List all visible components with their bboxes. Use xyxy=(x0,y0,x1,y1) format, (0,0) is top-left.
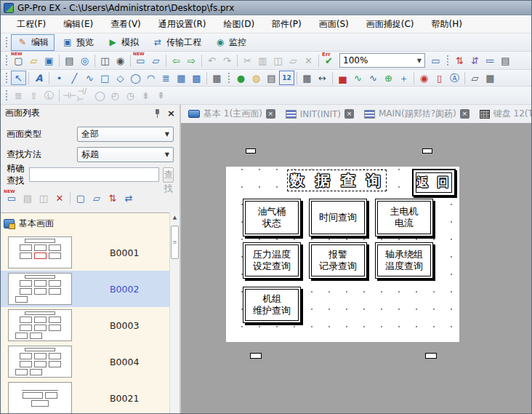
menu-common-settings[interactable]: 通用设置(R) xyxy=(150,16,215,33)
tree-item-b0004[interactable]: B0004 xyxy=(1,343,169,380)
chevron-down-icon[interactable]: ▼ xyxy=(417,57,422,64)
table-tool-icon[interactable]: ▦ xyxy=(209,71,225,85)
unit-maintenance-query-button[interactable]: 机组 维护查询 xyxy=(243,287,301,323)
menu-draw[interactable]: 绘图(D) xyxy=(215,16,264,33)
open-folder-icon[interactable]: ▱ xyxy=(26,53,41,68)
cut-icon[interactable]: ✂ xyxy=(240,53,255,68)
redo-icon[interactable]: ↷ xyxy=(219,53,235,68)
undo-icon[interactable]: ↶ xyxy=(204,53,219,68)
scroll-up-icon[interactable]: ▲ xyxy=(170,212,180,223)
menu-view[interactable]: 查看(V) xyxy=(102,16,150,33)
oil-tank-status-button[interactable]: 油气桶 状态 xyxy=(243,199,301,236)
image-tool-icon[interactable]: ▦ xyxy=(174,71,189,85)
text-display-part-icon[interactable]: Ⓐ xyxy=(447,71,462,85)
tree-item-b0021[interactable]: B0021 xyxy=(1,380,169,414)
copy-icon[interactable]: ▤ xyxy=(20,191,36,205)
previous-screen-icon[interactable]: ⇦ xyxy=(169,53,184,68)
save-icon[interactable]: ▣ xyxy=(41,53,57,68)
polygon-tool-icon[interactable]: ◇ xyxy=(113,71,128,85)
menu-parts[interactable]: 部件(P) xyxy=(263,16,310,33)
return-button[interactable]: 返 回 xyxy=(412,169,456,196)
transfer-screen-icon[interactable]: ⇅ xyxy=(105,191,121,205)
alarm-list-part-icon[interactable]: ▯ xyxy=(432,71,447,85)
transfer-receive-icon[interactable]: ⇵ xyxy=(467,53,483,68)
close-icon[interactable]: × xyxy=(266,109,275,119)
toolbar-grip[interactable] xyxy=(5,55,8,66)
tab-keypad-12[interactable]: 键盘 12(Te xyxy=(477,108,531,120)
pressure-temp-setting-query-button[interactable]: 压力温度 设定查询 xyxy=(243,242,301,279)
scale-tool-icon[interactable]: ≣ xyxy=(158,71,174,85)
toolbar-grip[interactable] xyxy=(5,72,8,84)
copy-screens-icon[interactable]: ▱ xyxy=(89,191,105,205)
screen-title-object[interactable]: 数 据 查 询 xyxy=(287,170,387,191)
project-info-icon[interactable]: ≔ xyxy=(483,53,498,68)
menu-screen-capture[interactable]: 画面捕捉(C) xyxy=(358,16,423,33)
mode-transfer-button[interactable]: ⇄ 传输工程 xyxy=(146,34,207,51)
line-tool-icon[interactable]: ╱ xyxy=(67,71,82,85)
error-check-icon[interactable]: ✔Err xyxy=(321,53,336,68)
close-icon[interactable]: × xyxy=(460,109,469,119)
close-icon[interactable]: × xyxy=(344,109,354,119)
tab-main[interactable]: MAIN(踢郏拮?阂菞) × xyxy=(361,108,472,120)
scrollbar-thumb[interactable]: ≡ xyxy=(171,226,179,259)
fit-screen-icon[interactable]: ▭ xyxy=(428,53,443,68)
data-display-part-icon[interactable]: 12 xyxy=(279,71,294,85)
window-marker[interactable] xyxy=(250,353,262,359)
time-query-button[interactable]: 时间查询 xyxy=(309,199,367,236)
delete-icon[interactable]: ✕ xyxy=(301,53,316,68)
rectangle-tool-icon[interactable]: □ xyxy=(97,71,113,85)
new-screen-icon[interactable]: ▭NEW xyxy=(4,191,20,205)
call-screen-icon[interactable]: ▩ xyxy=(189,71,204,85)
print-preview-icon[interactable]: ◎ xyxy=(77,53,92,68)
compare-screen-icon[interactable]: ⇄ xyxy=(121,191,137,205)
close-icon[interactable]: × xyxy=(167,108,175,118)
tree-item-b0003[interactable]: B0003 xyxy=(1,307,169,343)
menu-screen[interactable]: 画面(S) xyxy=(310,16,358,33)
tree-item-b0002[interactable]: B0002 xyxy=(1,271,169,307)
screen-type-select[interactable]: 全部 ▼ xyxy=(77,127,174,142)
tree-root-base-screens[interactable]: 基本画面 xyxy=(1,213,180,234)
special-part-icon[interactable]: ▦ xyxy=(483,71,498,85)
toolbar-grip[interactable] xyxy=(227,72,230,84)
compare-icon[interactable]: ▤ xyxy=(498,53,513,68)
print-icon[interactable]: ▤ xyxy=(62,53,77,68)
zoom-select[interactable]: 100% ▼ xyxy=(339,53,425,68)
window-marker[interactable] xyxy=(422,148,432,154)
copy-icon[interactable]: ▥ xyxy=(255,53,270,68)
mode-edit-button[interactable]: ✎ 编辑 xyxy=(11,34,55,51)
keypad-part-icon[interactable]: ▦ xyxy=(299,71,315,85)
window-part-icon[interactable]: ▱ xyxy=(467,71,483,85)
ellipse-tool-icon[interactable]: ◯ xyxy=(128,71,143,85)
display-screen-icon[interactable]: ▢ xyxy=(73,191,89,205)
select-tool-icon[interactable]: ↖ xyxy=(11,71,26,85)
tab-init[interactable]: INIT(INIT) × xyxy=(283,109,357,119)
arc-tool-icon[interactable]: ◠ xyxy=(143,71,158,85)
pin-icon[interactable] xyxy=(153,108,161,119)
menu-help[interactable]: 帮助(H) xyxy=(422,16,470,33)
window-marker[interactable] xyxy=(246,148,256,154)
bar-graph-part-icon[interactable]: ▅ xyxy=(335,71,350,85)
next-screen-icon[interactable]: ⇨ xyxy=(184,53,199,68)
lamp-part-icon[interactable]: ◍ xyxy=(249,71,264,85)
delete-icon[interactable]: ✕ xyxy=(52,191,68,205)
search-input[interactable] xyxy=(29,167,159,182)
paste-icon[interactable]: ◫ xyxy=(270,53,286,68)
find-button[interactable]: 查找 xyxy=(163,167,174,183)
search-method-select[interactable]: 标题 ▼ xyxy=(77,147,174,162)
main-motor-current-button[interactable]: 主电机 电流 xyxy=(375,199,433,236)
alarm-part-icon[interactable]: ◉ xyxy=(416,71,432,85)
compass-part-icon[interactable]: ＋ xyxy=(396,71,411,85)
new-file-icon[interactable]: ▢NEW xyxy=(11,53,26,68)
package-icon[interactable]: ◫ xyxy=(97,53,113,68)
capture-icon[interactable]: ◉ xyxy=(113,53,128,68)
paste-icon[interactable]: ◫ xyxy=(36,191,52,205)
dot-tool-icon[interactable]: • xyxy=(52,71,67,85)
move-part-icon[interactable]: ↔ xyxy=(315,71,330,85)
menu-edit[interactable]: 编辑(E) xyxy=(55,16,102,33)
toolbar-grip[interactable] xyxy=(5,89,8,101)
window-marker[interactable] xyxy=(425,353,437,359)
toolbar-grip[interactable] xyxy=(5,36,8,48)
screen-canvas[interactable]: 数 据 查 询 返 回 油气桶 状态 时间查询 xyxy=(226,167,459,342)
tree-scrollbar[interactable]: ▲ ≡ xyxy=(169,212,180,414)
transfer-send-icon[interactable]: ⇅ xyxy=(452,53,467,68)
